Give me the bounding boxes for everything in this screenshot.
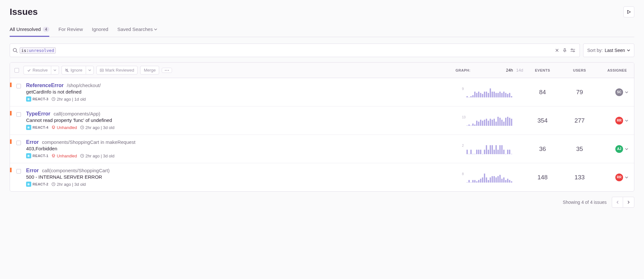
project-tag-label: REACT-2 [33,182,48,186]
issue-location: /shop/checkout/ [67,83,101,88]
pagination [612,197,634,208]
svg-line-1 [16,51,17,53]
graph-column-label: GRAPH: [456,68,470,72]
search-input[interactable]: is:unresolved [10,44,580,57]
table-row: ReferenceError /shop/checkout/ getCardIn… [10,78,634,106]
row-checkbox[interactable] [16,112,21,117]
clear-search-button[interactable] [553,47,561,54]
clock-icon [52,182,55,186]
tab-saved-searches[interactable]: Saved Searches [117,24,157,37]
users-count[interactable]: 35 [576,145,583,152]
ignore-dropdown-button[interactable] [86,66,94,75]
project-tag[interactable]: ⚛ REACT-2 [26,182,48,187]
sparkline-max: 2 [462,144,464,147]
assignee-avatar[interactable]: AJ [615,145,623,153]
chevron-down-icon[interactable] [625,91,628,94]
list-check-icon [100,68,104,72]
chevron-down-icon[interactable] [625,147,628,151]
sparkline-max: 9 [462,87,464,91]
users-count[interactable]: 133 [574,174,585,181]
row-checkbox[interactable] [16,169,21,174]
next-page-button[interactable] [623,197,634,207]
issue-title-link[interactable]: Error [26,139,39,145]
skull-icon [52,154,55,158]
search-token-value: unresolved [29,48,54,53]
pin-icon [563,48,567,52]
ignore-button[interactable]: Ignore [62,66,86,75]
assignee-avatar[interactable]: RR [615,174,623,181]
chevron-right-icon [627,200,630,204]
ellipsis-icon [165,70,169,71]
project-tag[interactable]: ⚛ REACT-4 [26,125,48,130]
chevron-down-icon[interactable] [625,119,628,122]
svg-point-13 [52,126,55,128]
search-icon [13,48,18,53]
assignee-avatar[interactable]: RR [615,117,623,125]
graph-range-24h[interactable]: 24h [506,68,513,73]
table-row: Error components/ShoppingCart in makeReq… [10,135,634,163]
search-settings-button[interactable] [569,47,577,54]
issue-title-link[interactable]: ReferenceError [26,83,64,88]
issue-timestamp: 2hr ago | 3d old [80,125,114,130]
project-tag-label: REACT-4 [33,125,48,129]
tab-all-unresolved[interactable]: All Unresolved 4 [10,24,49,37]
play-button[interactable] [623,6,634,17]
sparkline: 8 [462,172,523,183]
issue-title-link[interactable]: TypeError [26,111,50,117]
pagination-summary: Showing 4 of 4 issues [563,200,607,205]
button-label: Mark Reviewed [105,68,134,73]
search-token[interactable]: is:unresolved [20,47,56,54]
svg-rect-6 [100,69,103,72]
users-count[interactable]: 79 [576,89,583,95]
issue-title-link[interactable]: Error [26,168,39,174]
search-token-key: is: [21,48,29,53]
sliders-icon [571,48,575,52]
project-tag[interactable]: ⚛ REACT-1 [26,153,48,158]
merge-button[interactable]: Merge [140,66,159,75]
tab-for-review[interactable]: For Review [58,24,83,37]
tab-ignored[interactable]: Ignored [92,24,108,37]
sparkline-max: 13 [462,115,466,119]
prev-page-button[interactable] [612,197,623,207]
button-label: Ignore [71,68,82,73]
svg-point-0 [13,48,16,52]
issue-location: components/ShoppingCart in makeRequest [42,139,135,145]
unhandled-badge: Unhandled [52,125,77,130]
skull-icon [52,125,55,129]
table-row: TypeError call(components/App) Cannot re… [10,106,634,135]
svg-point-9 [165,70,166,71]
events-count[interactable]: 148 [537,174,548,181]
select-all-checkbox[interactable] [14,68,19,73]
project-tag[interactable]: ⚛ REACT-3 [26,96,48,102]
table-row: Error call(components/ShoppingCart) 500 … [10,163,634,191]
page-title: Issues [10,7,38,17]
mark-reviewed-button[interactable]: Mark Reviewed [96,66,138,75]
pin-search-button[interactable] [561,47,569,54]
row-checkbox[interactable] [16,141,21,145]
svg-point-20 [52,154,55,157]
chevron-down-icon [53,69,56,72]
more-actions-button[interactable] [162,68,172,73]
chevron-down-icon[interactable] [625,176,628,179]
users-count[interactable]: 277 [574,117,585,124]
react-icon: ⚛ [26,96,31,102]
issue-timestamp: 2hr ago | 3d old [52,182,86,187]
issue-location: call(components/App) [53,111,100,116]
assignee-avatar[interactable]: SC [615,88,623,96]
chevron-left-icon [616,200,619,204]
events-count[interactable]: 36 [539,145,546,152]
resolve-dropdown-button[interactable] [51,66,59,75]
graph-range-14d[interactable]: 14d [516,68,523,73]
issue-description: Cannot read property 'func' of undefined [26,117,462,123]
tab-label: Saved Searches [117,26,153,32]
svg-point-5 [573,51,574,52]
events-count[interactable]: 84 [539,89,546,95]
sort-selector[interactable]: Sort by: Last Seen [583,44,634,57]
chevron-down-icon [88,69,91,72]
row-checkbox[interactable] [16,84,21,88]
unhandled-badge: Unhandled [52,154,77,158]
resolve-button[interactable]: Resolve [24,66,51,75]
svg-point-3 [571,49,572,50]
events-count[interactable]: 354 [537,117,548,124]
svg-point-15 [54,127,54,127]
